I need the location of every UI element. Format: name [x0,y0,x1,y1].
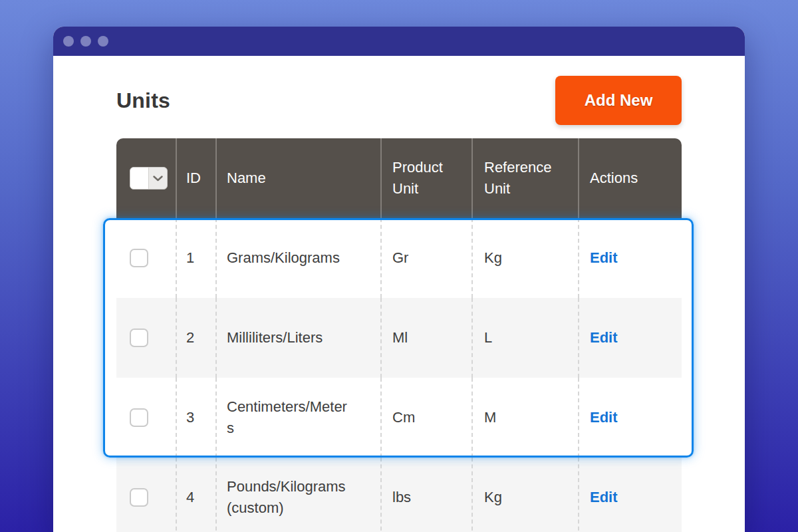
row-checkbox[interactable] [130,249,148,267]
cell-name: Grams/Kilograms [217,218,382,298]
cell-product-unit: Gr [382,218,473,298]
cell-id: 3 [177,378,217,458]
column-header-actions: Actions [579,138,682,218]
cell-id: 4 [177,458,217,532]
cell-product-unit: Cm [382,378,473,458]
edit-link[interactable]: Edit [590,407,618,428]
window-titlebar [53,27,745,56]
cell-id: 2 [177,298,217,378]
select-all-control[interactable] [130,167,168,190]
cell-actions: Edit [579,298,682,378]
cell-id: 1 [177,218,217,298]
cell-reference-unit: Kg [473,218,579,298]
column-header-select [116,138,177,218]
cell-product-unit: Ml [382,298,473,378]
select-dropdown-button[interactable] [149,168,167,189]
page-title: Units [116,88,170,113]
window-control-dot[interactable] [80,36,91,47]
chevron-down-icon [153,176,163,182]
cell-select [116,378,177,458]
row-checkbox[interactable] [130,408,148,427]
cell-actions: Edit [579,458,682,532]
edit-link[interactable]: Edit [590,327,618,348]
cell-name: Pounds/Kilograms (custom) [217,458,382,532]
app-window: Units Add New ID Name Pro [53,27,745,532]
table-row: 3 Centimeters/Meters Cm M Edit [116,378,682,458]
row-checkbox[interactable] [130,329,148,347]
column-header-reference-unit: Reference Unit [473,138,579,218]
cell-name: Centimeters/Meters [217,378,382,458]
cell-actions: Edit [579,378,682,458]
table-row: 4 Pounds/Kilograms (custom) lbs Kg Edit [116,458,682,532]
row-checkbox[interactable] [130,488,148,507]
column-header-product-unit: Product Unit [382,138,473,218]
cell-reference-unit: Kg [473,458,579,532]
cell-select [116,298,177,378]
cell-select [116,458,177,532]
window-control-dot[interactable] [63,36,74,47]
edit-link[interactable]: Edit [590,247,618,269]
table-row: 1 Grams/Kilograms Gr Kg Edit [116,218,682,298]
window-control-dot[interactable] [98,36,108,47]
units-table: ID Name Product Unit Reference Unit Acti… [116,138,682,532]
column-header-name: Name [217,138,382,218]
cell-product-unit: lbs [382,458,473,532]
cell-name: Milliliters/Liters [217,298,382,378]
table-header-row: ID Name Product Unit Reference Unit Acti… [116,138,682,218]
cell-reference-unit: M [473,378,579,458]
column-header-id: ID [177,138,217,218]
cell-actions: Edit [579,218,682,298]
cell-reference-unit: L [473,298,579,378]
page-header: Units Add New [116,69,682,132]
window-content: Units Add New ID Name Pro [53,69,745,532]
table-body: 1 Grams/Kilograms Gr Kg Edit 2 [116,218,682,532]
table-row: 2 Milliliters/Liters Ml L Edit [116,298,682,378]
cell-select [116,218,177,298]
select-all-checkbox[interactable] [130,168,149,189]
add-new-button[interactable]: Add New [555,76,682,125]
edit-link[interactable]: Edit [590,487,618,508]
